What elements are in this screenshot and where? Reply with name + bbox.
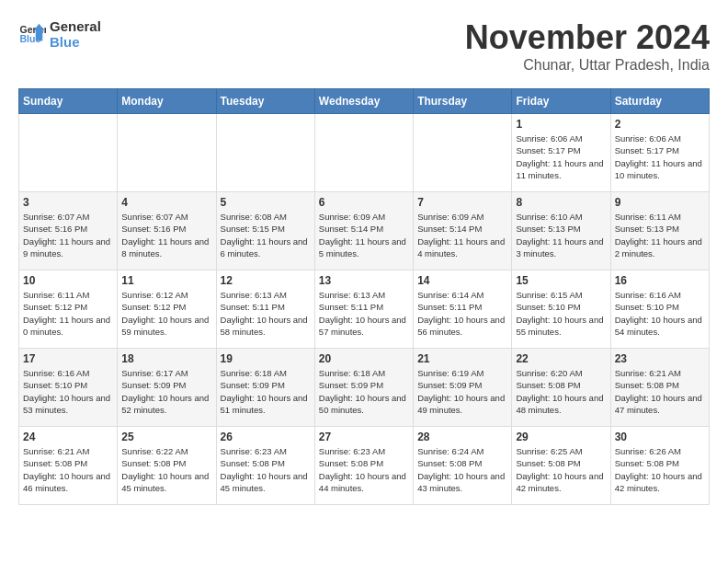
day-number: 8: [516, 196, 606, 209]
calendar-cell: 3Sunrise: 6:07 AM Sunset: 5:16 PM Daylig…: [19, 192, 118, 270]
calendar-cell: [414, 114, 512, 192]
calendar-cell: 5Sunrise: 6:08 AM Sunset: 5:15 PM Daylig…: [216, 192, 314, 270]
day-number: 11: [121, 274, 211, 287]
header-tuesday: Tuesday: [216, 89, 314, 114]
calendar-cell: 28Sunrise: 6:24 AM Sunset: 5:08 PM Dayli…: [414, 427, 512, 505]
day-info: Sunrise: 6:09 AM Sunset: 5:14 PM Dayligh…: [417, 211, 507, 259]
calendar-week-3: 10Sunrise: 6:11 AM Sunset: 5:12 PM Dayli…: [19, 270, 710, 349]
calendar-cell: 21Sunrise: 6:19 AM Sunset: 5:09 PM Dayli…: [414, 349, 512, 427]
month-title: November 2024: [465, 18, 710, 57]
day-number: 7: [417, 196, 507, 209]
day-info: Sunrise: 6:21 AM Sunset: 5:08 PM Dayligh…: [23, 445, 113, 494]
calendar-cell: 27Sunrise: 6:23 AM Sunset: 5:08 PM Dayli…: [314, 427, 413, 505]
calendar-week-5: 24Sunrise: 6:21 AM Sunset: 5:08 PM Dayli…: [19, 427, 710, 505]
calendar-cell: 18Sunrise: 6:17 AM Sunset: 5:09 PM Dayli…: [118, 349, 216, 427]
header-sunday: Sunday: [19, 89, 118, 114]
day-info: Sunrise: 6:06 AM Sunset: 5:17 PM Dayligh…: [615, 132, 705, 181]
day-info: Sunrise: 6:17 AM Sunset: 5:09 PM Dayligh…: [121, 367, 211, 416]
calendar-body: 1Sunrise: 6:06 AM Sunset: 5:17 PM Daylig…: [19, 114, 710, 505]
calendar-cell: 7Sunrise: 6:09 AM Sunset: 5:14 PM Daylig…: [414, 192, 512, 270]
header-monday: Monday: [118, 89, 216, 114]
calendar-cell: [314, 114, 413, 192]
day-number: 20: [319, 352, 409, 365]
day-number: 28: [417, 431, 507, 443]
day-number: 29: [516, 431, 606, 443]
calendar-cell: 29Sunrise: 6:25 AM Sunset: 5:08 PM Dayli…: [512, 427, 610, 505]
day-number: 3: [23, 196, 113, 209]
calendar-cell: 13Sunrise: 6:13 AM Sunset: 5:11 PM Dayli…: [314, 270, 413, 349]
header-row: Sunday Monday Tuesday Wednesday Thursday…: [19, 89, 710, 114]
day-number: 22: [516, 352, 606, 365]
calendar-cell: 12Sunrise: 6:13 AM Sunset: 5:11 PM Dayli…: [216, 270, 314, 349]
day-info: Sunrise: 6:08 AM Sunset: 5:15 PM Dayligh…: [221, 211, 311, 259]
header-friday: Friday: [512, 89, 610, 114]
day-info: Sunrise: 6:09 AM Sunset: 5:14 PM Dayligh…: [319, 211, 409, 259]
calendar-cell: 8Sunrise: 6:10 AM Sunset: 5:13 PM Daylig…: [512, 192, 610, 270]
calendar-cell: 16Sunrise: 6:16 AM Sunset: 5:10 PM Dayli…: [610, 270, 709, 349]
calendar-header: Sunday Monday Tuesday Wednesday Thursday…: [19, 89, 710, 114]
calendar-cell: 25Sunrise: 6:22 AM Sunset: 5:08 PM Dayli…: [118, 427, 216, 505]
logo: General Blue General Blue: [18, 18, 101, 50]
day-number: 21: [417, 352, 507, 365]
day-number: 1: [516, 118, 606, 131]
day-info: Sunrise: 6:13 AM Sunset: 5:11 PM Dayligh…: [319, 289, 409, 338]
day-info: Sunrise: 6:23 AM Sunset: 5:08 PM Dayligh…: [221, 445, 311, 494]
calendar-cell: 9Sunrise: 6:11 AM Sunset: 5:13 PM Daylig…: [610, 192, 709, 270]
calendar-cell: [216, 114, 314, 192]
header: General Blue General Blue November 2024 …: [18, 18, 710, 74]
calendar-cell: 11Sunrise: 6:12 AM Sunset: 5:12 PM Dayli…: [118, 270, 216, 349]
day-number: 25: [121, 431, 211, 443]
calendar-cell: 30Sunrise: 6:26 AM Sunset: 5:08 PM Dayli…: [610, 427, 709, 505]
day-info: Sunrise: 6:18 AM Sunset: 5:09 PM Dayligh…: [221, 367, 311, 416]
day-number: 15: [516, 274, 606, 287]
calendar-cell: [118, 114, 216, 192]
logo-icon: General Blue: [18, 20, 46, 48]
day-info: Sunrise: 6:06 AM Sunset: 5:17 PM Dayligh…: [516, 132, 606, 181]
day-number: 16: [615, 274, 705, 287]
day-number: 30: [615, 431, 705, 443]
day-info: Sunrise: 6:07 AM Sunset: 5:16 PM Dayligh…: [121, 211, 211, 259]
calendar-week-2: 3Sunrise: 6:07 AM Sunset: 5:16 PM Daylig…: [19, 192, 710, 270]
day-number: 12: [221, 274, 311, 287]
calendar-cell: 20Sunrise: 6:18 AM Sunset: 5:09 PM Dayli…: [314, 349, 413, 427]
day-number: 5: [221, 196, 311, 209]
day-info: Sunrise: 6:16 AM Sunset: 5:10 PM Dayligh…: [23, 367, 113, 416]
calendar-cell: 6Sunrise: 6:09 AM Sunset: 5:14 PM Daylig…: [314, 192, 413, 270]
calendar-week-1: 1Sunrise: 6:06 AM Sunset: 5:17 PM Daylig…: [19, 114, 710, 192]
calendar-cell: 15Sunrise: 6:15 AM Sunset: 5:10 PM Dayli…: [512, 270, 610, 349]
calendar-cell: 17Sunrise: 6:16 AM Sunset: 5:10 PM Dayli…: [19, 349, 118, 427]
day-number: 17: [23, 352, 113, 365]
day-number: 4: [121, 196, 211, 209]
day-info: Sunrise: 6:26 AM Sunset: 5:08 PM Dayligh…: [615, 445, 705, 494]
calendar-table: Sunday Monday Tuesday Wednesday Thursday…: [18, 88, 710, 505]
day-number: 2: [615, 118, 705, 131]
logo-line1: General: [50, 18, 101, 34]
day-info: Sunrise: 6:07 AM Sunset: 5:16 PM Dayligh…: [23, 211, 113, 259]
day-info: Sunrise: 6:18 AM Sunset: 5:09 PM Dayligh…: [319, 367, 409, 416]
day-info: Sunrise: 6:14 AM Sunset: 5:11 PM Dayligh…: [417, 289, 507, 338]
day-number: 6: [319, 196, 409, 209]
day-info: Sunrise: 6:19 AM Sunset: 5:09 PM Dayligh…: [417, 367, 507, 416]
day-info: Sunrise: 6:25 AM Sunset: 5:08 PM Dayligh…: [516, 445, 606, 494]
day-number: 14: [417, 274, 507, 287]
day-number: 13: [319, 274, 409, 287]
calendar-cell: 4Sunrise: 6:07 AM Sunset: 5:16 PM Daylig…: [118, 192, 216, 270]
header-wednesday: Wednesday: [314, 89, 413, 114]
calendar-cell: 26Sunrise: 6:23 AM Sunset: 5:08 PM Dayli…: [216, 427, 314, 505]
calendar-cell: 2Sunrise: 6:06 AM Sunset: 5:17 PM Daylig…: [610, 114, 709, 192]
day-info: Sunrise: 6:11 AM Sunset: 5:13 PM Dayligh…: [615, 211, 705, 259]
day-info: Sunrise: 6:22 AM Sunset: 5:08 PM Dayligh…: [121, 445, 211, 494]
calendar-cell: 14Sunrise: 6:14 AM Sunset: 5:11 PM Dayli…: [414, 270, 512, 349]
day-number: 24: [23, 431, 113, 443]
logo-line2: Blue: [50, 34, 101, 50]
header-saturday: Saturday: [610, 89, 709, 114]
day-info: Sunrise: 6:20 AM Sunset: 5:08 PM Dayligh…: [516, 367, 606, 416]
day-number: 26: [221, 431, 311, 443]
title-area: November 2024 Chunar, Uttar Pradesh, Ind…: [465, 18, 710, 74]
day-info: Sunrise: 6:21 AM Sunset: 5:08 PM Dayligh…: [615, 367, 705, 416]
location-subtitle: Chunar, Uttar Pradesh, India: [465, 57, 710, 74]
day-number: 18: [121, 352, 211, 365]
header-thursday: Thursday: [414, 89, 512, 114]
day-info: Sunrise: 6:12 AM Sunset: 5:12 PM Dayligh…: [121, 289, 211, 338]
day-number: 23: [615, 352, 705, 365]
